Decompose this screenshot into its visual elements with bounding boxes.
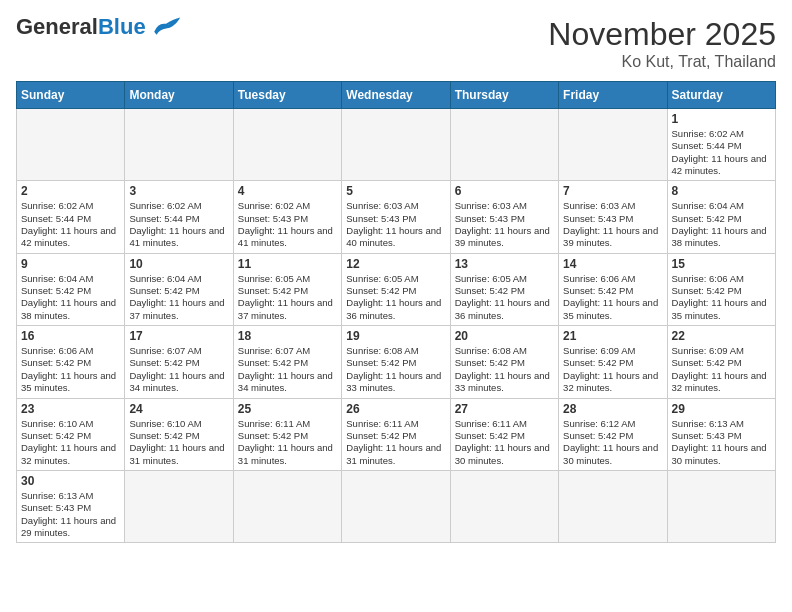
calendar-day-cell: 10Sunrise: 6:04 AMSunset: 5:42 PMDayligh…	[125, 253, 233, 325]
calendar-header-wednesday: Wednesday	[342, 82, 450, 109]
day-number: 19	[346, 329, 445, 343]
day-number: 5	[346, 184, 445, 198]
day-number: 14	[563, 257, 662, 271]
day-info: Sunrise: 6:06 AMSunset: 5:42 PMDaylight:…	[672, 273, 771, 322]
calendar-day-cell: 3Sunrise: 6:02 AMSunset: 5:44 PMDaylight…	[125, 181, 233, 253]
day-number: 18	[238, 329, 337, 343]
calendar-week-row: 16Sunrise: 6:06 AMSunset: 5:42 PMDayligh…	[17, 326, 776, 398]
day-number: 16	[21, 329, 120, 343]
day-number: 15	[672, 257, 771, 271]
calendar-day-cell: 16Sunrise: 6:06 AMSunset: 5:42 PMDayligh…	[17, 326, 125, 398]
day-number: 25	[238, 402, 337, 416]
day-info: Sunrise: 6:10 AMSunset: 5:42 PMDaylight:…	[21, 418, 120, 467]
page-header: GeneralBlue November 2025 Ko Kut, Trat, …	[16, 16, 776, 71]
calendar-header-row: SundayMondayTuesdayWednesdayThursdayFrid…	[17, 82, 776, 109]
calendar-week-row: 30Sunrise: 6:13 AMSunset: 5:43 PMDayligh…	[17, 470, 776, 542]
day-info: Sunrise: 6:09 AMSunset: 5:42 PMDaylight:…	[672, 345, 771, 394]
day-info: Sunrise: 6:09 AMSunset: 5:42 PMDaylight:…	[563, 345, 662, 394]
day-info: Sunrise: 6:06 AMSunset: 5:42 PMDaylight:…	[21, 345, 120, 394]
calendar-day-cell: 4Sunrise: 6:02 AMSunset: 5:43 PMDaylight…	[233, 181, 341, 253]
calendar-week-row: 9Sunrise: 6:04 AMSunset: 5:42 PMDaylight…	[17, 253, 776, 325]
calendar-day-cell: 28Sunrise: 6:12 AMSunset: 5:42 PMDayligh…	[559, 398, 667, 470]
day-number: 12	[346, 257, 445, 271]
calendar-table: SundayMondayTuesdayWednesdayThursdayFrid…	[16, 81, 776, 543]
calendar-week-row: 23Sunrise: 6:10 AMSunset: 5:42 PMDayligh…	[17, 398, 776, 470]
day-info: Sunrise: 6:04 AMSunset: 5:42 PMDaylight:…	[21, 273, 120, 322]
calendar-day-cell: 8Sunrise: 6:04 AMSunset: 5:42 PMDaylight…	[667, 181, 775, 253]
day-number: 9	[21, 257, 120, 271]
calendar-day-cell: 27Sunrise: 6:11 AMSunset: 5:42 PMDayligh…	[450, 398, 558, 470]
day-info: Sunrise: 6:03 AMSunset: 5:43 PMDaylight:…	[455, 200, 554, 249]
calendar-day-cell: 11Sunrise: 6:05 AMSunset: 5:42 PMDayligh…	[233, 253, 341, 325]
logo-bird-icon	[150, 16, 182, 38]
day-info: Sunrise: 6:07 AMSunset: 5:42 PMDaylight:…	[238, 345, 337, 394]
day-info: Sunrise: 6:02 AMSunset: 5:44 PMDaylight:…	[129, 200, 228, 249]
calendar-day-cell: 21Sunrise: 6:09 AMSunset: 5:42 PMDayligh…	[559, 326, 667, 398]
calendar-day-cell	[559, 470, 667, 542]
calendar-day-cell: 2Sunrise: 6:02 AMSunset: 5:44 PMDaylight…	[17, 181, 125, 253]
day-number: 13	[455, 257, 554, 271]
calendar-day-cell	[233, 470, 341, 542]
calendar-day-cell: 29Sunrise: 6:13 AMSunset: 5:43 PMDayligh…	[667, 398, 775, 470]
calendar-week-row: 2Sunrise: 6:02 AMSunset: 5:44 PMDaylight…	[17, 181, 776, 253]
day-info: Sunrise: 6:05 AMSunset: 5:42 PMDaylight:…	[238, 273, 337, 322]
day-info: Sunrise: 6:08 AMSunset: 5:42 PMDaylight:…	[455, 345, 554, 394]
calendar-header-sunday: Sunday	[17, 82, 125, 109]
day-number: 26	[346, 402, 445, 416]
day-info: Sunrise: 6:04 AMSunset: 5:42 PMDaylight:…	[672, 200, 771, 249]
day-info: Sunrise: 6:13 AMSunset: 5:43 PMDaylight:…	[21, 490, 120, 539]
title-section: November 2025 Ko Kut, Trat, Thailand	[548, 16, 776, 71]
day-info: Sunrise: 6:10 AMSunset: 5:42 PMDaylight:…	[129, 418, 228, 467]
calendar-day-cell	[342, 109, 450, 181]
calendar-day-cell: 19Sunrise: 6:08 AMSunset: 5:42 PMDayligh…	[342, 326, 450, 398]
calendar-day-cell	[125, 470, 233, 542]
day-info: Sunrise: 6:13 AMSunset: 5:43 PMDaylight:…	[672, 418, 771, 467]
month-title: November 2025	[548, 16, 776, 53]
calendar-day-cell	[667, 470, 775, 542]
day-number: 2	[21, 184, 120, 198]
day-number: 3	[129, 184, 228, 198]
calendar-day-cell: 24Sunrise: 6:10 AMSunset: 5:42 PMDayligh…	[125, 398, 233, 470]
calendar-week-row: 1Sunrise: 6:02 AMSunset: 5:44 PMDaylight…	[17, 109, 776, 181]
day-number: 7	[563, 184, 662, 198]
day-number: 1	[672, 112, 771, 126]
calendar-day-cell: 6Sunrise: 6:03 AMSunset: 5:43 PMDaylight…	[450, 181, 558, 253]
day-number: 17	[129, 329, 228, 343]
calendar-day-cell: 26Sunrise: 6:11 AMSunset: 5:42 PMDayligh…	[342, 398, 450, 470]
calendar-day-cell	[342, 470, 450, 542]
calendar-day-cell: 17Sunrise: 6:07 AMSunset: 5:42 PMDayligh…	[125, 326, 233, 398]
calendar-header-monday: Monday	[125, 82, 233, 109]
calendar-day-cell: 13Sunrise: 6:05 AMSunset: 5:42 PMDayligh…	[450, 253, 558, 325]
calendar-day-cell	[450, 470, 558, 542]
day-info: Sunrise: 6:12 AMSunset: 5:42 PMDaylight:…	[563, 418, 662, 467]
day-info: Sunrise: 6:03 AMSunset: 5:43 PMDaylight:…	[346, 200, 445, 249]
calendar-day-cell: 22Sunrise: 6:09 AMSunset: 5:42 PMDayligh…	[667, 326, 775, 398]
day-number: 28	[563, 402, 662, 416]
day-number: 24	[129, 402, 228, 416]
calendar-header-saturday: Saturday	[667, 82, 775, 109]
calendar-header-tuesday: Tuesday	[233, 82, 341, 109]
calendar-day-cell	[125, 109, 233, 181]
day-info: Sunrise: 6:11 AMSunset: 5:42 PMDaylight:…	[346, 418, 445, 467]
day-info: Sunrise: 6:08 AMSunset: 5:42 PMDaylight:…	[346, 345, 445, 394]
logo-general: General	[16, 14, 98, 39]
day-info: Sunrise: 6:04 AMSunset: 5:42 PMDaylight:…	[129, 273, 228, 322]
calendar-day-cell	[450, 109, 558, 181]
calendar-day-cell: 5Sunrise: 6:03 AMSunset: 5:43 PMDaylight…	[342, 181, 450, 253]
day-number: 6	[455, 184, 554, 198]
day-info: Sunrise: 6:05 AMSunset: 5:42 PMDaylight:…	[346, 273, 445, 322]
day-number: 23	[21, 402, 120, 416]
day-number: 11	[238, 257, 337, 271]
day-number: 10	[129, 257, 228, 271]
day-number: 8	[672, 184, 771, 198]
day-info: Sunrise: 6:03 AMSunset: 5:43 PMDaylight:…	[563, 200, 662, 249]
calendar-header-friday: Friday	[559, 82, 667, 109]
calendar-header-thursday: Thursday	[450, 82, 558, 109]
calendar-day-cell: 1Sunrise: 6:02 AMSunset: 5:44 PMDaylight…	[667, 109, 775, 181]
calendar-day-cell: 23Sunrise: 6:10 AMSunset: 5:42 PMDayligh…	[17, 398, 125, 470]
day-number: 20	[455, 329, 554, 343]
calendar-day-cell: 14Sunrise: 6:06 AMSunset: 5:42 PMDayligh…	[559, 253, 667, 325]
calendar-day-cell: 7Sunrise: 6:03 AMSunset: 5:43 PMDaylight…	[559, 181, 667, 253]
day-info: Sunrise: 6:06 AMSunset: 5:42 PMDaylight:…	[563, 273, 662, 322]
calendar-day-cell	[559, 109, 667, 181]
